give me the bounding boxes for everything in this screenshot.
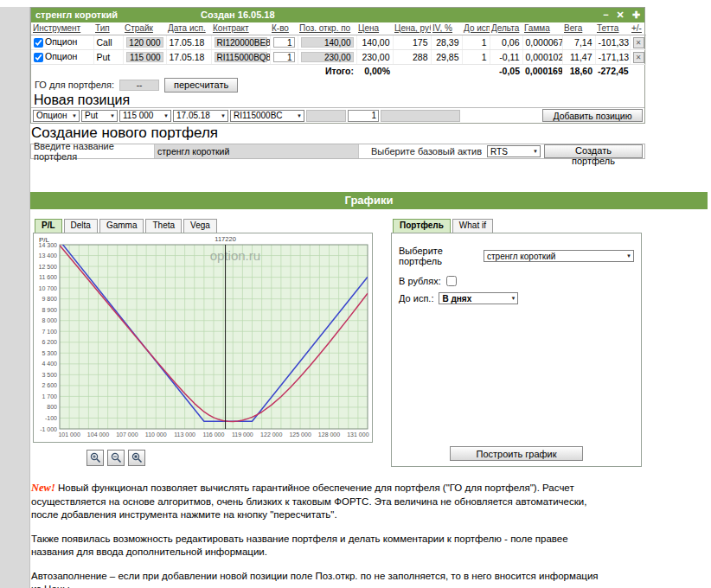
column-header[interactable]: Гамма bbox=[522, 22, 562, 35]
pos-open-input[interactable]: 230,00 bbox=[301, 52, 354, 62]
select-portfolio-row: Выберите портфель стренгл короткий▼ bbox=[399, 246, 634, 266]
svg-text:13 400: 13 400 bbox=[39, 252, 58, 259]
contract-select[interactable]: RI115000BC▼ bbox=[230, 110, 304, 122]
pos-open-input[interactable]: 140,00 bbox=[301, 37, 354, 48]
column-header[interactable]: Вега bbox=[562, 22, 595, 35]
tab-gamma[interactable]: Gamma bbox=[99, 219, 144, 233]
tab-pl[interactable]: P/L bbox=[35, 219, 62, 233]
expiry-select[interactable]: 17.05.18▼ bbox=[173, 110, 228, 122]
totals-cell bbox=[393, 64, 431, 77]
created-date: Создан 16.05.18 bbox=[201, 8, 275, 22]
column-header[interactable]: До исп. bbox=[462, 22, 490, 35]
delete-cell: ✕ bbox=[630, 35, 645, 49]
recalculate-button[interactable]: пересчитать bbox=[164, 78, 238, 93]
portfolio-window: стренгл короткий Создан 16.05.18 − ✕ ✚ И… bbox=[30, 7, 645, 124]
qty-input[interactable]: 1 bbox=[348, 110, 379, 122]
instrument-cell: Опцион bbox=[31, 49, 93, 64]
contract-input[interactable]: RI120000BE8 bbox=[215, 37, 267, 48]
portfolio-name-label: Введите название портфеля bbox=[31, 141, 154, 162]
svg-text:107 000: 107 000 bbox=[116, 431, 138, 438]
contract-input[interactable]: RI115000BQ8 bbox=[215, 52, 267, 62]
tab-portfolio[interactable]: Портфель bbox=[393, 219, 451, 233]
add-icon[interactable]: ✚ bbox=[632, 8, 640, 22]
note-2: Также появилась возможность редактироват… bbox=[31, 533, 609, 559]
select-portfolio-label: Выберите портфель bbox=[399, 246, 477, 266]
create-portfolio-button[interactable]: Создать портфель bbox=[544, 144, 643, 158]
delete-position-button[interactable]: ✕ bbox=[633, 52, 644, 63]
column-header[interactable]: IV, % bbox=[431, 22, 462, 35]
gamma-cell: 0,000067 bbox=[522, 35, 562, 49]
tab-theta[interactable]: Theta bbox=[145, 219, 182, 233]
margin-label: ГО для портфеля: bbox=[35, 80, 114, 90]
portfolio-name-input[interactable]: стренгл короткий bbox=[154, 144, 359, 158]
comment-input[interactable] bbox=[381, 110, 460, 122]
column-header[interactable]: Тип bbox=[93, 22, 123, 35]
column-header[interactable]: Контракт bbox=[211, 22, 270, 35]
zoom-out-button[interactable] bbox=[107, 450, 125, 466]
iv-cell: 28,39 bbox=[431, 35, 462, 49]
chevron-down-icon: ▼ bbox=[72, 113, 77, 118]
tab-what-if[interactable]: What if bbox=[452, 219, 493, 233]
price-cell: 230,00 bbox=[356, 49, 393, 64]
option-type-select[interactable]: Put▼ bbox=[81, 110, 118, 122]
minimize-icon[interactable]: − bbox=[603, 8, 608, 22]
svg-text:6 200: 6 200 bbox=[42, 339, 57, 345]
column-header[interactable]: Поз. откр. по bbox=[298, 22, 356, 35]
chart-panel: P/LDeltaGammaThetaVega option.ru11722014… bbox=[33, 219, 373, 466]
rub-checkbox[interactable] bbox=[446, 276, 457, 286]
zoom-reset-button[interactable] bbox=[128, 450, 145, 466]
totals-percent: 0,00% bbox=[356, 64, 393, 77]
delta-cell: 0,06 bbox=[490, 35, 522, 49]
portfolio-select[interactable]: стренгл короткий▼ bbox=[484, 250, 634, 262]
tab-vega[interactable]: Vega bbox=[183, 219, 217, 233]
strike-input[interactable]: 115 000 bbox=[126, 52, 163, 62]
magnifier-minus-icon bbox=[111, 452, 122, 463]
column-header[interactable]: Дата исп. bbox=[166, 22, 211, 35]
column-header[interactable]: Дельта bbox=[490, 22, 522, 35]
charts-section-header: Графики bbox=[30, 192, 708, 209]
qty-input[interactable]: 1 bbox=[273, 52, 295, 62]
base-asset-select[interactable]: RTS▼ bbox=[487, 145, 541, 157]
chevron-down-icon: ▼ bbox=[221, 113, 226, 118]
column-header[interactable]: Страйк bbox=[123, 22, 166, 35]
zoom-in-button[interactable] bbox=[86, 450, 104, 466]
portfolio-panel-body: Выберите портфель стренгл короткий▼ В ру… bbox=[391, 233, 642, 467]
days-cell: 1 bbox=[462, 35, 490, 49]
plus-minus-header[interactable]: +/- bbox=[630, 22, 645, 35]
instrument-select-value: Опцион bbox=[36, 111, 67, 120]
totals-cell bbox=[462, 64, 490, 77]
position-checkbox[interactable] bbox=[34, 38, 43, 48]
pos-open-input[interactable] bbox=[306, 110, 346, 122]
margin-input[interactable]: -- bbox=[119, 80, 159, 91]
chevron-down-icon: ▼ bbox=[533, 149, 538, 154]
chart-tabs: P/LDeltaGammaThetaVega bbox=[35, 219, 373, 233]
instrument-select[interactable]: Опцион▼ bbox=[33, 110, 80, 122]
qty-input[interactable]: 1 bbox=[273, 37, 295, 48]
expiry-value: 17.05.18 bbox=[176, 111, 210, 120]
price-rub-cell: 175 bbox=[393, 35, 431, 49]
svg-text:7 100: 7 100 bbox=[42, 329, 57, 335]
column-header[interactable]: Цена bbox=[356, 22, 393, 35]
position-checkbox[interactable] bbox=[34, 53, 43, 62]
totals-delta: -0,05 bbox=[490, 64, 522, 77]
totals-row: Итого:0,00%-0,050,00016918,60-272,45 bbox=[31, 64, 645, 77]
build-chart-button[interactable]: Построить график bbox=[450, 446, 583, 461]
strike-select[interactable]: 115 000▼ bbox=[119, 110, 171, 122]
delete-position-button[interactable]: ✕ bbox=[633, 37, 644, 48]
column-header[interactable]: К-во bbox=[270, 22, 298, 35]
column-header[interactable]: Инструмент bbox=[31, 22, 93, 35]
svg-text:113 000: 113 000 bbox=[174, 431, 195, 438]
add-position-button[interactable]: Добавить позицию bbox=[542, 109, 643, 122]
days-select[interactable]: В днях▼ bbox=[439, 292, 518, 304]
chevron-down-icon: ▼ bbox=[110, 113, 115, 118]
column-header[interactable]: Тетта bbox=[595, 22, 630, 35]
strike-cell: 115 000 bbox=[123, 49, 166, 64]
close-icon[interactable]: ✕ bbox=[617, 8, 625, 22]
totals-label: Итого: bbox=[298, 64, 356, 77]
tab-delta[interactable]: Delta bbox=[64, 219, 98, 233]
new-badge: New! bbox=[31, 482, 55, 494]
column-header[interactable]: Цена, руб. bbox=[393, 22, 431, 35]
pl-chart[interactable]: option.ru11722014 30013 40012 50011 6001… bbox=[33, 233, 373, 443]
strike-input[interactable]: 120 000 bbox=[126, 37, 163, 48]
svg-text:119 000: 119 000 bbox=[232, 431, 253, 438]
